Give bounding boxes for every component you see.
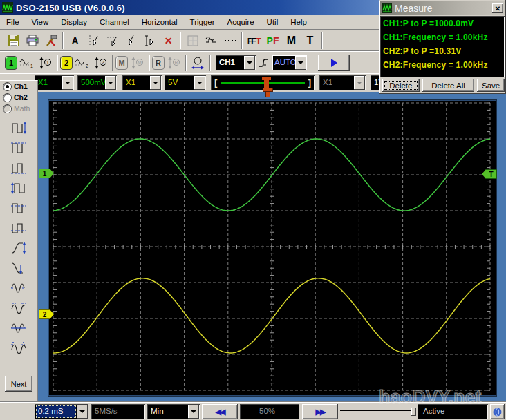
next-page-button[interactable]: Next [5, 376, 32, 392]
menu-view[interactable]: View [26, 17, 55, 28]
menu-channel[interactable]: Channel [93, 17, 135, 28]
measure-icon-vmin[interactable] [10, 158, 28, 177]
svg-text:1: 1 [46, 60, 49, 65]
measure-readings-panel: CH1:P to P =1000.0mV CH1:Frequency = 1.0… [380, 16, 505, 77]
hzoom-button[interactable] [189, 54, 207, 72]
menu-help[interactable]: Help [284, 17, 313, 28]
trigger-mode-dropdown-arrow[interactable] [295, 56, 306, 70]
position-slider-handle[interactable] [411, 408, 416, 416]
measure-window[interactable]: Measure ✕ CH1:P to P =1000.0mV CH1:Frequ… [379, 0, 506, 94]
clear-cursor-button[interactable]: ✕ [159, 32, 178, 50]
acquisition-mode-select[interactable]: Min [147, 404, 200, 419]
ch1-probe-select[interactable]: X1 [35, 75, 74, 90]
measure-title-bar[interactable]: Measure ✕ [380, 1, 505, 15]
timebase-dropdown-arrow[interactable] [77, 405, 88, 419]
oscilloscope-display[interactable] [48, 100, 496, 396]
delete-button[interactable]: Delete [382, 79, 420, 92]
timebase-select[interactable]: 0.2 mS [35, 404, 88, 419]
delete-all-button[interactable]: Delete All [422, 79, 475, 92]
ch1-probe-dropdown-arrow[interactable] [62, 76, 73, 90]
window-title: DSO-2150 USB (V6.0.0.6) [16, 3, 125, 13]
measure-icon-period[interactable] [10, 298, 28, 317]
measure-reading-ch2-ptp: CH2:P to P =10.31V [383, 46, 503, 60]
track-cursor-icon [142, 34, 158, 48]
svg-text:1: 1 [30, 64, 33, 68]
menu-horizontal[interactable]: Horizontal [135, 17, 184, 28]
ch2-probe-select[interactable]: X1 [122, 75, 162, 90]
measure-icon-vpp[interactable] [10, 118, 28, 137]
network-button[interactable] [490, 404, 505, 419]
scope-client-area: 1 2 T [38, 92, 506, 402]
trigger-time-marker[interactable] [263, 88, 273, 98]
trigger-slope-button[interactable] [256, 54, 272, 72]
waveform-style-button[interactable] [202, 32, 221, 50]
ext-probe-select[interactable]: X1 [319, 75, 366, 90]
cursor-horizontal-button[interactable] [103, 32, 122, 50]
measure-icon-vtop[interactable] [10, 198, 28, 217]
cursor-arrow-button[interactable] [122, 32, 140, 50]
ch1-position-button[interactable]: 1 [17, 54, 36, 72]
pass-fail-button[interactable]: PF [263, 32, 282, 50]
ch2-vzoom-button[interactable]: 2 [91, 54, 110, 72]
fft-button[interactable]: FFT [245, 32, 263, 50]
save-measure-button[interactable]: Save [477, 79, 505, 92]
ch1-scale-select[interactable]: 500mV [77, 75, 117, 90]
sample-rate-value: 5MS/s [95, 407, 118, 415]
math-button[interactable]: M [282, 32, 301, 50]
text-label-button[interactable]: T [301, 32, 319, 50]
menu-acquire[interactable]: Acquire [221, 17, 261, 28]
ref-vzoom-icon: R [167, 56, 182, 70]
ch2-scale-dropdown-arrow[interactable] [194, 76, 205, 90]
grid-toggle-button[interactable] [183, 32, 202, 50]
menu-file[interactable]: File [0, 17, 26, 28]
measure-icon-mean[interactable] [10, 318, 28, 337]
ch2-scale-select[interactable]: 5V [165, 75, 206, 90]
ch1-vzoom-button[interactable]: 1 [36, 54, 55, 72]
measure-icon-rms[interactable] [10, 338, 28, 357]
cursor-vertical-button[interactable] [84, 32, 103, 50]
ch2-probe-dropdown-arrow[interactable] [150, 76, 161, 90]
position-slider[interactable] [340, 410, 416, 415]
ch1-scale-value: 500mV [81, 78, 106, 86]
trigger-source-dropdown-arrow[interactable] [244, 56, 255, 70]
ch2-scale-value: 5V [168, 78, 178, 86]
print-button[interactable] [23, 32, 41, 50]
measure-icon-vamp[interactable] [10, 178, 28, 197]
wave-style-icon [204, 34, 219, 48]
math-vzoom-button[interactable]: M [128, 54, 147, 72]
dotted-line-button[interactable] [221, 32, 239, 50]
save-button[interactable] [4, 32, 23, 50]
measure-icon-rise-time[interactable] [10, 238, 28, 257]
math-enable-button[interactable]: M [115, 56, 128, 70]
acquisition-mode-dropdown-arrow[interactable] [188, 405, 199, 419]
menu-trigger[interactable]: Trigger [184, 17, 221, 28]
dots-icon [223, 34, 238, 48]
pan-left-icon: ◀◀ [216, 408, 225, 417]
trigger-marker-label: T [489, 171, 493, 178]
sidebar-radio-ch1[interactable]: Ch1 [0, 81, 37, 92]
measure-icon-vmax[interactable] [10, 138, 28, 157]
text-annotate-button[interactable]: A [66, 32, 84, 50]
measure-icon-fall-time[interactable] [10, 258, 28, 277]
ch2-enable-button[interactable]: 2 [60, 56, 73, 70]
trigger-mode-select[interactable]: AUTO [272, 55, 307, 70]
measure-icon-frequency[interactable] [10, 278, 28, 297]
menu-util[interactable]: Util [261, 17, 285, 28]
ref-vzoom-button[interactable]: R [165, 54, 183, 72]
ch2-position-button[interactable]: 2 [73, 54, 91, 72]
setup-button[interactable] [41, 32, 60, 50]
pan-right-button[interactable]: ▶▶ [302, 404, 338, 419]
trigger-position-handle[interactable] [262, 77, 271, 88]
measure-icon-vbase[interactable] [10, 218, 28, 237]
ref-enable-button[interactable]: R [152, 56, 165, 70]
ch1-scale-dropdown-arrow[interactable] [105, 76, 116, 90]
close-icon[interactable]: ✕ [492, 3, 503, 13]
cursor-track-button[interactable] [140, 32, 159, 50]
trigger-source-select[interactable]: CH1 [216, 55, 256, 70]
pan-left-button[interactable]: ◀◀ [202, 404, 238, 419]
menu-display[interactable]: Display [55, 17, 93, 28]
ch1-enable-button[interactable]: 1 [5, 56, 17, 70]
run-button[interactable] [318, 55, 350, 71]
sidebar-radio-ch2[interactable]: Ch2 [0, 92, 37, 103]
svg-text:2: 2 [102, 60, 104, 65]
